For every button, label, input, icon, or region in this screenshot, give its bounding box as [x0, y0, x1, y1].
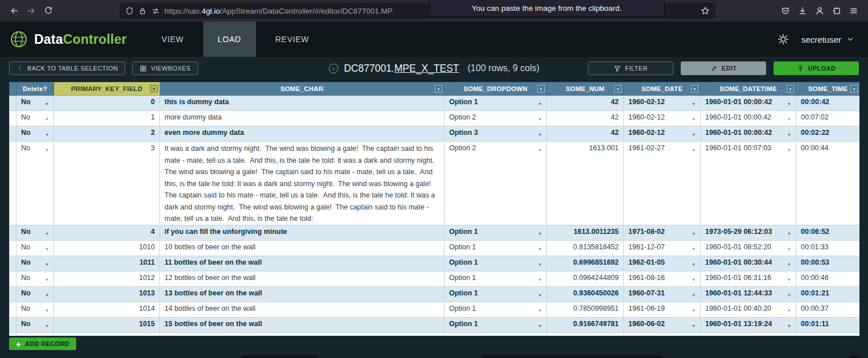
cell-dropdown-arrow-icon[interactable]: ▼: [538, 303, 542, 316]
cell-dropdown-arrow-icon[interactable]: ▼: [787, 143, 791, 155]
cell-dropdown[interactable]: Option 1▼: [445, 287, 547, 302]
cell-dropdown-arrow-icon[interactable]: ▼: [787, 242, 791, 254]
cell-dropdown[interactable]: Option 1▼: [445, 271, 547, 287]
cell-time[interactable]: 00:06:52: [796, 225, 860, 241]
cell-time[interactable]: 00:00:53: [796, 256, 860, 271]
cell-time[interactable]: 00:07:02: [796, 111, 860, 126]
app-logo[interactable]: DataController: [0, 22, 137, 57]
cell-dropdown-arrow-icon[interactable]: ▼: [45, 288, 49, 301]
cell-dropdown[interactable]: Option 2▼: [445, 142, 547, 225]
tab-review[interactable]: REVIEW: [261, 22, 324, 57]
lock-icon[interactable]: [138, 7, 147, 15]
cell-dropdown-arrow-icon[interactable]: ▼: [45, 143, 49, 155]
cell-dropdown-arrow-icon[interactable]: ▼: [787, 227, 791, 239]
cell-time[interactable]: 00:00:42: [796, 96, 860, 111]
cell-dropdown-arrow-icon[interactable]: ▼: [692, 112, 696, 125]
back-icon[interactable]: [6, 2, 23, 19]
cell-char[interactable]: 14 bottles of beer on the wall: [160, 302, 445, 318]
cell-pk[interactable]: 1013: [54, 287, 160, 302]
cell-datetime[interactable]: 1973-05-29 06:12:03▼: [701, 225, 796, 241]
cell-time[interactable]: 00:00:46: [796, 271, 860, 287]
cell-char[interactable]: if you can fill the unforgiving minute: [160, 225, 445, 241]
cell-char[interactable]: It was a dark and stormy night. The wind…: [160, 142, 445, 225]
column-header-num[interactable]: SOME_NUM▼: [547, 83, 624, 96]
cell-datetime[interactable]: 1960-01-01 12:44:33▼: [701, 287, 796, 302]
edit-button[interactable]: EDIT: [681, 61, 766, 75]
cell-dropdown-arrow-icon[interactable]: ▼: [787, 288, 791, 301]
theme-toggle-icon[interactable]: [778, 34, 789, 45]
cell-delete[interactable]: No▼: [17, 96, 54, 111]
cell-dropdown-arrow-icon[interactable]: ▼: [692, 242, 696, 254]
viewboxes-button[interactable]: VIEWBOXES: [132, 61, 198, 75]
cell-dropdown-arrow-icon[interactable]: ▼: [538, 97, 542, 109]
column-filter-dropdown-icon[interactable]: ▼: [614, 85, 622, 93]
column-header-time[interactable]: SOME_TIME▼: [796, 83, 860, 96]
cell-num[interactable]: 42: [547, 111, 624, 126]
cell-datetime[interactable]: 1960-01-01 00:00:42▼: [701, 96, 796, 111]
cell-time[interactable]: 00:01:11: [796, 318, 860, 333]
cell-time[interactable]: 00:00:44: [796, 142, 860, 225]
cell-char[interactable]: 15 bottles of beer on the wall: [160, 318, 445, 333]
info-icon[interactable]: i: [328, 64, 338, 73]
cell-date[interactable]: 1962-01-05▼: [624, 256, 701, 271]
cell-char[interactable]: 11 bottles of beer on the wall: [160, 256, 445, 271]
cell-char[interactable]: 10 bottles of beer on the wall: [160, 241, 445, 256]
cell-time[interactable]: 00:02:22: [796, 126, 860, 142]
bookmark-star-icon[interactable]: [701, 6, 710, 15]
cell-dropdown-arrow-icon[interactable]: ▼: [45, 319, 49, 331]
cell-dropdown-arrow-icon[interactable]: ▼: [787, 127, 791, 140]
cell-delete[interactable]: No▼: [17, 225, 54, 241]
cell-time[interactable]: 00:01:33: [796, 241, 860, 256]
cell-dropdown-arrow-icon[interactable]: ▼: [692, 273, 696, 285]
cell-date[interactable]: 1961-06-19▼: [624, 302, 701, 318]
cell-dropdown-arrow-icon[interactable]: ▼: [787, 273, 791, 285]
cell-pk[interactable]: 1010: [54, 241, 160, 256]
cell-dropdown-arrow-icon[interactable]: ▼: [538, 288, 542, 301]
account-icon[interactable]: [811, 2, 828, 19]
cell-dropdown[interactable]: Option 3▼: [445, 126, 547, 142]
cell-dropdown-arrow-icon[interactable]: ▼: [538, 227, 542, 239]
cell-delete[interactable]: No▼: [17, 302, 54, 318]
cell-char[interactable]: 12 bottles of beer on the wall: [160, 271, 445, 287]
cell-delete[interactable]: No▼: [17, 241, 54, 256]
back-to-table-selection-button[interactable]: BACK TO TABLE SELECTION: [9, 61, 125, 75]
column-filter-dropdown-icon[interactable]: ▼: [850, 85, 858, 93]
cell-dropdown[interactable]: Option 1▼: [445, 302, 547, 318]
column-header-date[interactable]: SOME_DATE▼: [624, 83, 701, 96]
tab-view[interactable]: VIEW: [147, 22, 199, 57]
shield-icon[interactable]: [125, 7, 134, 15]
cell-date[interactable]: 1960-02-12▼: [624, 96, 701, 111]
cell-datetime[interactable]: 1960-01-01 13:19:24▼: [701, 318, 796, 333]
cell-dropdown-arrow-icon[interactable]: ▼: [45, 97, 49, 109]
cell-delete[interactable]: No▼: [17, 287, 54, 302]
cell-dropdown-arrow-icon[interactable]: ▼: [692, 127, 696, 140]
cell-dropdown-arrow-icon[interactable]: ▼: [692, 257, 696, 270]
pocket-icon[interactable]: [777, 2, 794, 19]
cell-dropdown-arrow-icon[interactable]: ▼: [45, 242, 49, 254]
cell-date[interactable]: 1960-02-12▼: [624, 126, 701, 142]
cell-datetime[interactable]: 1960-01-01 00:00:42▼: [701, 111, 796, 126]
cell-dropdown[interactable]: Option 1▼: [445, 318, 547, 333]
cell-pk[interactable]: 1: [54, 111, 160, 126]
cell-date[interactable]: 1961-12-07▼: [624, 241, 701, 256]
cell-datetime[interactable]: 1960-01-01 08:52:20▼: [701, 241, 796, 256]
cell-date[interactable]: 1960-07-31▼: [624, 287, 701, 302]
table-name-link[interactable]: MPE_X_TEST: [394, 63, 459, 74]
cell-dropdown-arrow-icon[interactable]: ▼: [692, 97, 696, 109]
cell-num[interactable]: 0.6996851692: [547, 256, 624, 271]
cell-dropdown-arrow-icon[interactable]: ▼: [787, 319, 791, 331]
cell-datetime[interactable]: 1960-01-01 06:31:16▼: [701, 271, 796, 287]
column-header-char[interactable]: SOME_CHAR▼: [160, 83, 445, 96]
permissions-icon[interactable]: [151, 7, 160, 15]
cell-date[interactable]: 1961-02-27▼: [624, 142, 701, 225]
refresh-icon[interactable]: [40, 2, 57, 19]
cell-pk[interactable]: 1011: [54, 256, 160, 271]
cell-num[interactable]: 0.7850998951: [547, 302, 624, 318]
cell-dropdown-arrow-icon[interactable]: ▼: [692, 288, 696, 301]
cell-dropdown-arrow-icon[interactable]: ▼: [538, 242, 542, 254]
cell-dropdown-arrow-icon[interactable]: ▼: [45, 127, 49, 140]
cell-dropdown-arrow-icon[interactable]: ▼: [45, 227, 49, 239]
cell-date[interactable]: 1960-06-02▼: [624, 318, 701, 333]
cell-num[interactable]: 0.8135818452: [547, 241, 624, 256]
cell-char[interactable]: more dummy data: [160, 111, 445, 126]
